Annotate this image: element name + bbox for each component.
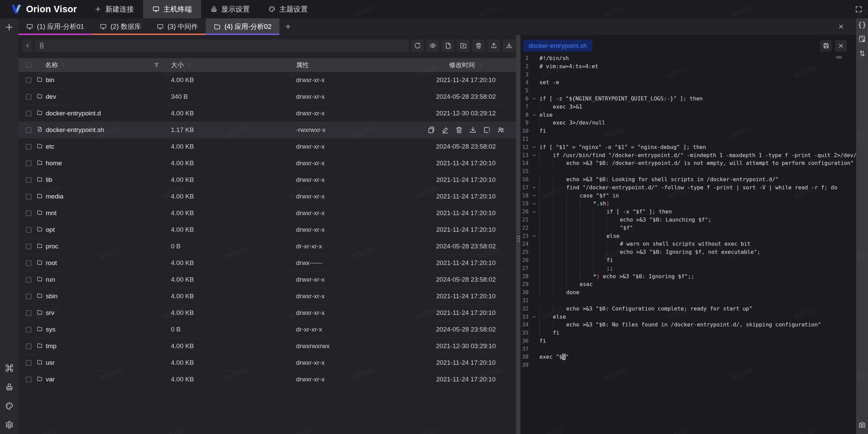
row-checkbox[interactable] <box>26 277 32 283</box>
file-row-dev[interactable]: dev340 Bdrwxr-xr-x2024-05-28 23:58:02 <box>18 89 516 105</box>
file-row-sbin[interactable]: sbin4.00 KBdrwxr-xr-x2021-11-24 17:20:10 <box>18 288 516 305</box>
save-file-button[interactable] <box>820 40 832 52</box>
row-action-copy-button[interactable] <box>427 126 435 134</box>
back-button[interactable] <box>22 39 33 52</box>
file-row-home[interactable]: home4.00 KBdrwxr-xr-x2021-11-24 17:20:10 <box>18 155 516 172</box>
file-row-mnt[interactable]: mnt4.00 KBdrwxr-xr-x2021-11-24 17:20:10 <box>18 205 516 222</box>
session-tab-3[interactable]: (3) 中间件 <box>149 18 206 35</box>
code-editor[interactable]: 1#!/bin/sh2# vim:sw=4:ts=4:et34set -e56i… <box>520 54 856 434</box>
file-row-sys[interactable]: sys0 Bdr-xr-xr-x2024-05-28 23:58:02 <box>18 321 516 338</box>
upload-button[interactable] <box>487 39 500 52</box>
file-row-srv[interactable]: srv4.00 KBdrwxr-xr-x2021-11-24 17:20:10 <box>18 305 516 321</box>
panel-resize-handle[interactable] <box>516 35 520 434</box>
sort-icon[interactable] <box>186 61 192 69</box>
column-header-name[interactable]: 名称 <box>35 61 171 70</box>
file-row-opt[interactable]: opt4.00 KBdrwxr-xr-x2021-11-24 17:20:10 <box>18 222 516 238</box>
file-row-var[interactable]: var4.00 KBdrwxr-xr-x2021-11-24 17:20:10 <box>18 371 516 388</box>
add-tab-button[interactable] <box>279 18 297 35</box>
delete-button[interactable] <box>472 39 485 52</box>
row-checkbox[interactable] <box>26 77 32 83</box>
file-row-etc[interactable]: etc4.00 KBdrwxr-xr-x2024-05-28 23:58:02 <box>18 138 516 155</box>
file-row-root[interactable]: root4.00 KBdrwx------2021-11-24 17:20:10 <box>18 255 516 271</box>
brand[interactable]: Orion Visor <box>10 3 77 15</box>
right-rail-file-bookmark-button[interactable] <box>858 35 866 43</box>
fold-toggle-icon[interactable] <box>529 184 539 192</box>
sort-icon[interactable] <box>478 61 483 69</box>
row-checkbox[interactable] <box>26 161 32 166</box>
sidebar-settings-button[interactable] <box>5 420 14 430</box>
row-action-move-button[interactable] <box>483 126 491 134</box>
file-row-usr[interactable]: usr4.00 KBdrwxr-xr-x2021-11-24 17:20:10 <box>18 355 516 371</box>
session-tab-2[interactable]: (2) 数据库 <box>92 18 149 35</box>
fold-toggle-icon[interactable] <box>529 313 539 321</box>
row-checkbox[interactable] <box>26 343 32 349</box>
fold-toggle-icon[interactable] <box>529 232 539 240</box>
row-action-delete-button[interactable] <box>455 126 463 134</box>
row-checkbox[interactable] <box>26 260 32 266</box>
column-header-mtime[interactable]: 修改时间 <box>427 61 505 70</box>
row-checkbox[interactable] <box>26 360 32 366</box>
nav-item-display-settings[interactable]: 显示设置 <box>201 0 259 18</box>
filter-button[interactable] <box>154 62 159 68</box>
session-tab-1[interactable]: (1) 应用-分析01 <box>18 18 92 35</box>
fold-toggle-icon[interactable] <box>529 95 539 103</box>
fold-toggle-icon[interactable] <box>529 151 539 159</box>
row-checkbox[interactable] <box>26 227 32 233</box>
file-row-media[interactable]: media4.00 KBdrwxr-xr-x2021-11-24 17:20:1… <box>18 188 516 205</box>
row-checkbox[interactable] <box>26 377 32 382</box>
right-rail-screenshot-button[interactable] <box>858 421 866 429</box>
file-row-lib[interactable]: lib4.00 KBdrwxr-xr-x2021-11-24 17:20:10 <box>18 172 516 188</box>
row-checkbox[interactable] <box>26 144 32 150</box>
nav-item-host-terminal[interactable]: 主机终端 <box>143 0 201 18</box>
file-row-docker-entrypoint.sh[interactable]: docker-entrypoint.sh1.17 KB-rwxrwxr-x <box>18 122 516 138</box>
row-checkbox[interactable] <box>26 194 32 200</box>
toggle-hidden-button[interactable] <box>426 39 439 52</box>
fold-toggle-icon[interactable] <box>529 200 539 208</box>
fold-toggle-icon[interactable] <box>529 111 539 119</box>
sidebar-shortcut-keys-button[interactable] <box>5 363 14 373</box>
sidebar-display-settings-button[interactable] <box>5 382 14 392</box>
nav-item-theme-settings[interactable]: 主题设置 <box>259 0 317 18</box>
editor-file-tab[interactable]: docker-entrypoint.sh <box>523 40 592 52</box>
select-all-checkbox[interactable] <box>26 62 32 68</box>
path-input[interactable] <box>35 39 409 52</box>
column-header-size[interactable]: 大小 <box>171 61 296 70</box>
close-session-button[interactable] <box>837 23 845 30</box>
row-checkbox[interactable] <box>26 111 32 116</box>
fold-toggle-icon[interactable] <box>529 192 539 200</box>
sidebar-add-button[interactable] <box>4 22 14 32</box>
row-checkbox[interactable] <box>26 177 32 183</box>
new-file-button[interactable] <box>441 39 454 52</box>
right-rail-snippets-button[interactable]: {} <box>858 21 866 29</box>
row-checkbox[interactable] <box>26 327 32 333</box>
file-row-tmp[interactable]: tmp4.00 KBdrwxrwxrwx2021-12-30 03:29:10 <box>18 338 516 355</box>
editor-scrollbar-thumb[interactable] <box>836 56 842 59</box>
fullscreen-button[interactable] <box>855 5 863 13</box>
row-checkbox[interactable] <box>26 94 32 100</box>
refresh-button[interactable] <box>411 39 424 52</box>
row-action-permissions-button[interactable] <box>497 126 505 134</box>
row-checkbox[interactable] <box>26 244 32 249</box>
sidebar-theme-settings-button[interactable] <box>5 401 14 411</box>
save-icon <box>823 42 830 49</box>
download-button[interactable] <box>502 39 515 52</box>
row-action-edit-button[interactable] <box>441 126 449 134</box>
upload-icon <box>490 42 497 49</box>
file-row-docker-entrypoint.d[interactable]: docker-entrypoint.d4.00 KBdrwxr-xr-x2021… <box>18 105 516 122</box>
session-tab-4[interactable]: (4) 应用-分析02 <box>206 18 279 35</box>
close-editor-button[interactable] <box>835 40 847 52</box>
fold-toggle-icon[interactable] <box>529 143 539 151</box>
nav-item-new-connection[interactable]: 新建连接 <box>85 0 143 18</box>
new-folder-button[interactable] <box>457 39 470 52</box>
file-row-run[interactable]: run4.00 KBdrwxr-xr-x2024-05-28 23:58:02 <box>18 271 516 288</box>
fold-toggle-icon[interactable] <box>529 208 539 216</box>
row-action-download-button[interactable] <box>469 126 477 134</box>
row-checkbox[interactable] <box>26 310 32 316</box>
sort-icon[interactable] <box>61 61 66 69</box>
file-row-bin[interactable]: bin4.00 KBdrwxr-xr-x2021-11-24 17:20:10 <box>18 72 516 89</box>
row-checkbox[interactable] <box>26 294 32 299</box>
right-rail-transfer-list-button[interactable] <box>858 49 866 58</box>
row-checkbox[interactable] <box>26 210 32 216</box>
file-row-proc[interactable]: proc0 Bdr-xr-xr-x2024-05-28 23:58:02 <box>18 238 516 255</box>
row-checkbox[interactable] <box>26 127 32 133</box>
